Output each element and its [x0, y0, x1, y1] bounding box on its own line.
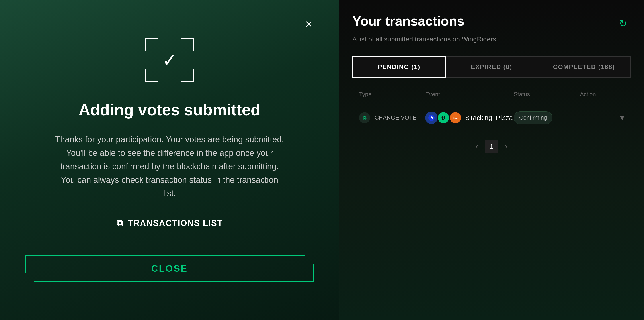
pagination-prev-button[interactable]: ‹	[476, 142, 478, 151]
col-header-action: Action	[580, 91, 624, 98]
refresh-button[interactable]: ↻	[615, 16, 631, 31]
checkmark-icon: ✓	[162, 52, 177, 69]
modal-description: Thanks for your participation. Your vote…	[54, 133, 285, 200]
table-row: ⇅ CHANGE VOTE ₳ Ð Stpz STacking_PiZza	[352, 105, 631, 131]
success-icon-frame: ✓	[145, 38, 194, 83]
frame-corner-bl	[145, 69, 158, 83]
transactions-panel-title: Your transactions	[352, 13, 464, 29]
pagination: ‹ 1 ›	[352, 140, 631, 153]
transactions-panel: Your transactions ↻ A list of all submit…	[339, 0, 644, 320]
tabs-row: PENDING (1) EXPIRED (0) COMPLETED (168)	[352, 56, 631, 78]
modal-title: Adding votes submitted	[79, 100, 260, 119]
pagination-next-button[interactable]: ›	[505, 142, 508, 151]
tab-pending[interactable]: PENDING (1)	[352, 56, 446, 78]
type-cell: ⇅ CHANGE VOTE	[359, 112, 425, 123]
close-x-button[interactable]: ×	[305, 18, 312, 30]
tab-completed[interactable]: COMPLETED (168)	[538, 57, 630, 77]
status-cell: Confirming	[514, 111, 580, 124]
col-header-type: Type	[359, 91, 425, 98]
transactions-link-label: TRANSACTIONS LIST	[128, 218, 223, 228]
frame-corner-br	[180, 69, 194, 83]
frame-corner-tr	[180, 38, 194, 52]
event-cell: ₳ Ð Stpz STacking_PiZza	[425, 112, 514, 124]
transactions-panel-subtitle: A list of all submitted transactions on …	[352, 36, 631, 43]
svg-text:₳: ₳	[430, 116, 433, 120]
transaction-type-icon: ⇅	[359, 112, 370, 123]
transactions-panel-header: Your transactions ↻	[352, 13, 631, 31]
tab-expired[interactable]: EXPIRED (0)	[445, 57, 538, 77]
token-ada-icon: ₳	[425, 112, 438, 124]
close-button[interactable]: CLOSE	[26, 255, 314, 282]
col-header-status: Status	[514, 91, 580, 98]
transactions-list-link[interactable]: ⧉ TRANSACTIONS LIST	[116, 218, 223, 229]
token-d-icon: Ð	[437, 112, 450, 124]
event-name-label: STacking_PiZza	[465, 114, 513, 122]
modal-overlay: × ✓ Adding votes submitted Thanks for yo…	[0, 0, 339, 320]
col-header-event: Event	[425, 91, 514, 98]
svg-text:Stpz: Stpz	[453, 117, 458, 119]
table-header: Type Event Status Action	[352, 87, 631, 102]
frame-corner-tl	[145, 38, 158, 52]
row-expand-button[interactable]: ▾	[620, 113, 624, 122]
status-badge: Confirming	[514, 111, 553, 124]
action-cell: ▾	[580, 113, 624, 122]
pagination-current-page: 1	[485, 140, 498, 153]
external-link-icon: ⧉	[116, 218, 124, 229]
modal-content: ✓ Adding votes submitted Thanks for your…	[36, 38, 302, 282]
token-stpz-icon: Stpz	[449, 112, 462, 124]
transaction-type-label: CHANGE VOTE	[374, 114, 416, 121]
